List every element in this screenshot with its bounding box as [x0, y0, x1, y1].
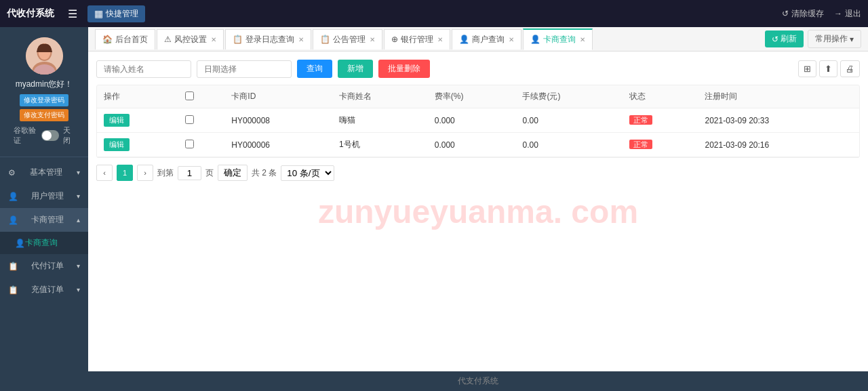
tab-close-icon[interactable]: ✕ — [370, 36, 375, 43]
data-table: 操作 卡商ID 卡商姓名 费率(%) 手续费(元) 状态 注册时间 编辑 — [97, 85, 859, 157]
page-size-select[interactable]: 10 条/页 20 条/页 50 条/页 — [281, 165, 334, 181]
table-body: 编辑 HY000008 嗨猫 0.000 0.00 正常 2021-03-09 … — [97, 108, 859, 157]
row-checkbox[interactable] — [185, 115, 194, 124]
export-btn[interactable]: ⬆ — [819, 60, 837, 77]
col-header-name: 卡商姓名 — [332, 85, 428, 108]
sidebar-item-label: 充值订单 — [31, 284, 64, 295]
tabs-container: 🏠 后台首页 ⚠ 风控设置 ✕ 📋 登录日志查询 ✕ 📋 公告管理 ✕ — [95, 28, 765, 50]
header-right: ↺ 清除缓存 → 退出 — [782, 8, 861, 20]
tab-risk-control[interactable]: ⚠ 风控设置 ✕ — [157, 29, 224, 49]
tab-close-icon[interactable]: ✕ — [509, 36, 514, 43]
sidebar-user-section: myadmin您好！ 修改登录密码 修改支付密码 谷歌验证 天闭 — [0, 27, 88, 157]
goto-page-input[interactable] — [178, 166, 201, 180]
quick-mgmt-label: 快捷管理 — [106, 8, 138, 20]
tab-label: 公告管理 — [333, 34, 366, 45]
reg-time-cell: 2021-03-09 20:33 — [698, 108, 859, 133]
next-page-btn[interactable]: › — [137, 165, 153, 181]
settings-icon: ⚙ — [8, 168, 16, 178]
search-bar: 查询 新增 批量删除 ⊞ ⬆ 🖨 — [96, 60, 860, 78]
sidebar-item-user-mgmt[interactable]: 👤 用户管理 ▾ — [0, 184, 88, 208]
card-id-cell: HY000006 — [224, 133, 332, 157]
home-icon: 🏠 — [102, 35, 113, 44]
tab-bank-mgmt[interactable]: ⊕ 银行管理 ✕ — [384, 29, 450, 49]
edit-btn[interactable]: 编辑 — [104, 114, 130, 127]
quick-mgmt-icon: ▦ — [94, 8, 103, 19]
status-cell: 正常 — [623, 133, 698, 157]
sidebar-nav: ⚙ 基本管理 ▾ 👤 用户管理 ▾ 👤 卡商管理 ▴ 👤 卡商查询 📋 代付订单 — [0, 157, 88, 391]
sidebar-item-card-mgmt[interactable]: 👤 卡商管理 ▴ — [0, 208, 88, 232]
edit-btn[interactable]: 编辑 — [104, 138, 130, 151]
clear-cache-btn[interactable]: ↺ 清除缓存 — [782, 8, 824, 20]
sidebar-item-basic-mgmt[interactable]: ⚙ 基本管理 ▾ — [0, 161, 88, 184]
tab-card-query[interactable]: 👤 卡商查询 ✕ — [523, 28, 593, 50]
tab-merchant-query[interactable]: 👤 商户查询 ✕ — [452, 29, 521, 49]
change-pay-pwd-btn[interactable]: 修改支付密码 — [20, 109, 68, 121]
logout-icon: → — [834, 9, 842, 18]
footer: 代支付系统 — [88, 371, 868, 391]
logout-btn[interactable]: → 退出 — [834, 8, 861, 20]
select-all-checkbox[interactable] — [185, 91, 194, 100]
card-name-cell: 嗨猫 — [332, 108, 428, 133]
date-picker-input[interactable] — [197, 60, 292, 78]
sidebar-item-recharge-order[interactable]: 📋 充值订单 ▾ — [0, 278, 88, 302]
sidebar-item-card-query[interactable]: 👤 卡商查询 — [0, 232, 88, 254]
status-badge: 正常 — [629, 140, 652, 149]
tab-home[interactable]: 🏠 后台首页 — [95, 29, 155, 49]
sidebar-item-label: 用户管理 — [31, 190, 64, 202]
tab-bar-right: ↺ 刷新 常用操作 ▾ — [765, 30, 861, 48]
col-header-reg-time: 注册时间 — [698, 85, 859, 108]
search-btn[interactable]: 查询 — [297, 60, 332, 78]
search-name-input[interactable] — [96, 60, 191, 78]
refresh-label: 刷新 — [781, 33, 797, 45]
page-1-btn[interactable]: 1 — [117, 165, 133, 181]
tab-close-icon[interactable]: ✕ — [298, 36, 304, 43]
common-ops-btn[interactable]: 常用操作 ▾ — [808, 30, 861, 48]
tab-announcement[interactable]: 📋 公告管理 ✕ — [313, 29, 382, 49]
sidebar-action-btns: 修改登录密码 修改支付密码 — [7, 94, 81, 121]
new-btn[interactable]: 新增 — [338, 60, 373, 78]
refresh-icon: ↺ — [772, 35, 778, 44]
goto-page-label: 到第 — [157, 167, 174, 179]
common-ops-label: 常用操作 — [815, 33, 848, 45]
logout-label: 退出 — [845, 8, 861, 20]
sidebar-item-label: 代付订单 — [31, 260, 64, 272]
tab-close-icon[interactable]: ✕ — [580, 36, 585, 43]
fee-cell: 0.00 — [515, 133, 622, 157]
avatar — [26, 37, 63, 75]
tab-close-icon[interactable]: ✕ — [211, 36, 216, 43]
menu-icon[interactable]: ☰ — [68, 7, 77, 20]
edit-cell: 编辑 — [97, 133, 178, 157]
print-btn[interactable]: 🖨 — [840, 60, 860, 77]
refresh-btn[interactable]: ↺ 刷新 — [765, 30, 804, 47]
column-settings-btn[interactable]: ⊞ — [798, 60, 816, 77]
google-verify-toggle[interactable] — [41, 130, 59, 141]
row-checkbox[interactable] — [185, 140, 194, 148]
merchant-icon: 👤 — [459, 35, 469, 44]
user-icon: 👤 — [8, 192, 18, 201]
app-logo: 代收付系统 — [7, 7, 54, 20]
sidebar-item-label: 基本管理 — [30, 167, 62, 178]
sidebar-sub-item-label: 卡商查询 — [25, 237, 58, 249]
top-header: 代收付系统 ☰ ▦ 快捷管理 ↺ 清除缓存 → 退出 — [0, 0, 868, 27]
toggle-knob — [42, 131, 52, 140]
change-login-pwd-btn[interactable]: 修改登录密码 — [20, 94, 68, 106]
status-badge: 正常 — [629, 115, 652, 125]
col-header-id: 卡商ID — [224, 85, 332, 108]
quick-mgmt-btn[interactable]: ▦ 快捷管理 — [87, 5, 145, 22]
announcement-icon: 📋 — [320, 35, 330, 44]
prev-page-btn[interactable]: ‹ — [96, 165, 113, 181]
tab-close-icon[interactable]: ✕ — [437, 36, 443, 43]
data-table-wrapper: 操作 卡商ID 卡商姓名 费率(%) 手续费(元) 状态 注册时间 编辑 — [96, 85, 860, 158]
sidebar-item-label: 卡商管理 — [31, 214, 64, 226]
sidebar-item-pay-order[interactable]: 📋 代付订单 ▾ — [0, 254, 88, 278]
batch-delete-btn[interactable]: 批量删除 — [378, 60, 430, 78]
total-records-label: 共 2 条 — [252, 167, 277, 179]
clear-icon: ↺ — [782, 9, 789, 18]
pay-order-icon: 📋 — [8, 262, 18, 271]
tab-login-log[interactable]: 📋 登录日志查询 ✕ — [225, 29, 311, 49]
tab-label: 后台首页 — [115, 34, 148, 45]
goto-page-confirm-btn[interactable]: 确定 — [218, 165, 248, 181]
footer-text: 代支付系统 — [458, 376, 498, 386]
log-icon: 📋 — [233, 35, 243, 44]
tab-label: 银行管理 — [401, 34, 433, 45]
